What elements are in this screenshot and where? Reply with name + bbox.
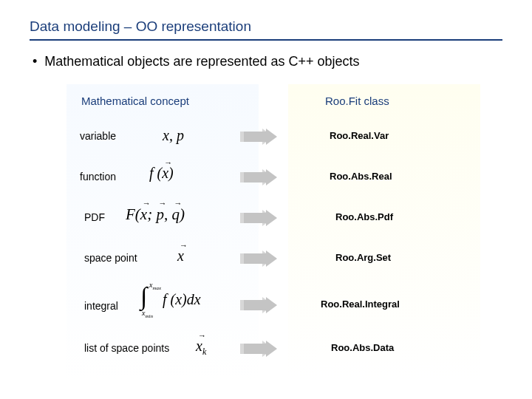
row-pdf: PDF F(→x; →p, →q) Roo.Abs.Pdf <box>66 208 480 245</box>
arrow-icon <box>240 210 277 226</box>
math-listpoints: →xk <box>196 338 206 358</box>
math-spacepoint: →x <box>177 248 184 265</box>
arrow-icon <box>240 250 277 267</box>
slide-title: Data modeling – OO representation <box>30 18 502 41</box>
bullet-dot: • <box>33 54 37 69</box>
arrow-icon <box>240 129 277 145</box>
class-pdf: Roo.Abs.Pdf <box>335 211 393 222</box>
label-integral: integral <box>84 300 118 312</box>
arrow-icon <box>240 169 277 185</box>
label-function: function <box>80 171 116 183</box>
label-listpoints: list of space points <box>84 342 169 354</box>
class-variable: Roo.Real.Var <box>330 130 389 141</box>
arrow-icon <box>240 297 277 313</box>
bullet-item: • Mathematical objects are represented a… <box>33 54 502 69</box>
header-math-concept: Mathematical concept <box>81 95 189 107</box>
label-pdf: PDF <box>84 211 105 223</box>
class-function: Roo.Abs.Real <box>330 171 392 182</box>
row-function: function f (→x) Roo.Abs.Real <box>66 168 480 205</box>
label-spacepoint: space point <box>84 252 137 264</box>
bullet-text: Mathematical objects are represented as … <box>44 54 359 69</box>
math-variable: x, p <box>163 127 184 144</box>
class-spacepoint: Roo.Arg.Set <box>335 252 391 263</box>
label-variable: variable <box>80 130 116 142</box>
row-variable: variable x, p Roo.Real.Var <box>66 127 480 164</box>
math-function: f (→x) <box>149 165 174 182</box>
row-listpoints: list of space points →xk Roo.Abs.Data <box>66 339 480 376</box>
math-pdf: F(→x; →p, →q) <box>126 205 185 224</box>
header-roofit-class: Roo.Fit class <box>325 95 389 107</box>
class-integral: Roo.Real.Integral <box>321 299 400 310</box>
row-spacepoint: space point →x Roo.Arg.Set <box>66 249 480 286</box>
arrow-icon <box>240 341 277 357</box>
row-integral: integral ∫ xmax xmin f (x)dx Roo.Real.In… <box>66 290 480 334</box>
class-listpoints: Roo.Abs.Data <box>331 342 394 353</box>
